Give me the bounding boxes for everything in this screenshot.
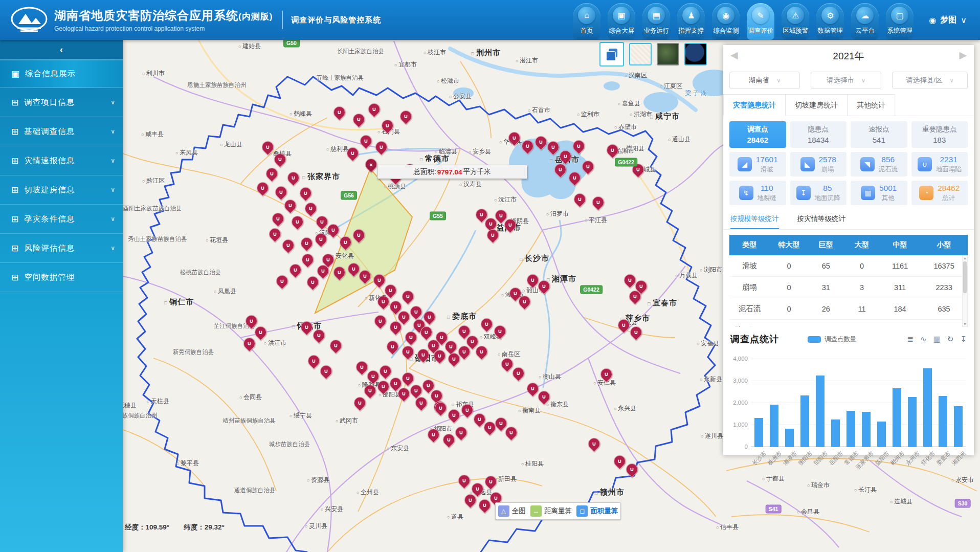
tab-切坡建房统计[interactable]: 切坡建房统计 [786,94,848,116]
scroll-up-icon[interactable]: ▲ [963,256,967,260]
map-label-五峰土家族自治县: 五峰土家族自治县 [317,74,364,82]
tab-其他统计[interactable]: 其他统计 [848,94,895,116]
full-extent-button[interactable]: △全图 [498,505,526,517]
landslide-glyph: ∪ [246,316,257,326]
landslide-glyph: ∪ [398,312,409,322]
landslide-glyph: ∪ [353,230,364,240]
region-select[interactable]: 请选择县/区∨ [892,72,968,89]
app-header: 湖南省地质灾害防治综合应用系统(内测版) Geological hazard p… [0,0,980,40]
chevron-down-icon[interactable]: ∨ [961,15,967,25]
longitude-value: 经度：109.59° [125,523,169,531]
row-type: 泥石流 [729,298,770,320]
map-label-绥宁县: 绥宁县 [289,411,312,420]
tab-灾害隐患统计[interactable]: 灾害隐患统计 [723,94,786,116]
nav-item-指挥支撑[interactable]: ♟指挥支撑 [677,3,705,40]
map-label-安化县: 安化县 [331,252,354,260]
sidebar-item-调查项目信息[interactable]: ⊞调查项目信息∨ [0,88,123,117]
region-select[interactable]: 湖南省∨ [729,72,800,89]
vector-basemap-thumbnail[interactable] [629,43,652,65]
map-label-湘潭市: 湘潭市 [547,274,576,284]
landslide-glyph: ∪ [285,200,296,211]
bar-长沙市 [754,418,763,447]
landslide-glyph: ∪ [318,266,328,276]
menu-icon: ⊞ [11,126,19,137]
x-axis-tick-label: 邵阳市 [812,450,830,467]
sidebar-collapse-button[interactable]: ‹ [0,40,123,59]
summary-card-隐患点[interactable]: 隐患点18434 [790,121,847,148]
sidebar-item-孕灾条件信息[interactable]: ⊞孕灾条件信息∨ [0,205,123,234]
chevron-down-icon: ∨ [950,77,954,84]
landslide-glyph: ∪ [487,230,498,240]
scrollbar-thumb[interactable] [963,261,967,293]
distance-measure-button[interactable]: ↔距离量算 [530,505,572,517]
nav-item-综合大屏[interactable]: ▣综合大屏 [608,3,635,40]
nav-item-数据管理[interactable]: ⚙数据管理 [816,3,844,40]
map-label-赣州市: 赣州市 [595,488,625,497]
hazard-label: 泥石流 [879,165,898,174]
area-measure-button[interactable]: ◻面积量算 [576,505,618,517]
hazard-label: 地面沉降 [815,194,840,203]
nav-item-业务运行[interactable]: ▤业务运行 [642,3,670,40]
landslide-glyph: ∪ [476,346,487,357]
landslide-glyph: ∪ [275,154,285,165]
map-label-衡山县: 衡山县 [539,372,561,381]
scroll-down-icon[interactable]: ▼ [963,322,967,326]
landslide-glyph: ∪ [380,366,391,377]
user-area[interactable]: ◉ 梦图 ∨ [929,15,967,26]
nav-item-系统管理[interactable]: ▢系统管理 [886,3,914,40]
sidebar-item-风险评估信息[interactable]: ⊞风险评估信息∨ [0,234,123,263]
map-label-汉寿县: 汉寿县 [459,180,482,189]
line-chart-icon[interactable]: ∿ [920,335,927,344]
landslide-glyph: ∪ [434,350,445,361]
map-label-平江县: 平江县 [585,216,607,225]
refresh-icon[interactable]: ↻ [947,335,954,344]
landslide-glyph: ∪ [390,378,401,389]
data-view-icon[interactable]: ≣ [907,335,914,344]
table-scrollbar[interactable]: ▲ ▼ [962,255,968,327]
summary-card-重要隐患点[interactable]: 重要隐患点183 [911,121,968,148]
landslide-glyph: ∪ [330,340,341,351]
landslide-glyph: ∪ [353,114,364,125]
hazard-label: 总计 [942,194,955,203]
landslide-glyph: ∪ [374,275,385,285]
road-badge-G0422: G0422 [615,158,637,167]
layer-switcher[interactable] [599,42,707,67]
map-label-枝江市: 枝江市 [424,48,446,57]
nav-item-区域预警[interactable]: ⚠区域预警 [782,3,809,40]
landslide-glyph: ∪ [369,104,380,115]
nav-item-综合监测[interactable]: ◉综合监测 [712,3,740,40]
satellite-basemap-thumbnail[interactable] [657,43,679,65]
sidebar-item-空间数据管理[interactable]: ⊞空间数据管理 [0,263,123,292]
layer-stack-button[interactable] [599,42,624,67]
chart-legend[interactable]: 调查点数量 [808,335,857,344]
row-value: 395 [880,320,920,327]
eye-icon[interactable]: ◉ [929,15,936,25]
bar-chart-icon[interactable]: ▥ [933,335,941,344]
region-select[interactable]: 请选择市∨ [811,72,881,89]
subtab-按规模等级统计[interactable]: 按规模等级统计 [730,214,779,229]
sidebar-item-切坡建房信息[interactable]: ⊞切坡建房信息∨ [0,175,123,205]
subtab-按灾情等级统计[interactable]: 按灾情等级统计 [797,214,846,229]
download-icon[interactable]: ↧ [960,335,967,344]
landslide-glyph: ∪ [593,197,604,208]
nav-item-首页[interactable]: ⌂首页 [573,3,600,40]
year-next-button[interactable]: ▶ [959,49,967,61]
summary-card-速报点[interactable]: 速报点541 [851,121,907,148]
landslide-glyph: ∪ [607,145,618,156]
map-label-铜仁市: 铜仁市 [164,297,194,307]
landslide-glyph: ∪ [411,306,421,317]
summary-card-调查点[interactable]: 调查点28462 [729,121,786,148]
year-prev-button[interactable]: ◀ [730,49,738,61]
landslide-glyph: ∪ [505,219,516,230]
sidebar-item-综合信息展示[interactable]: ▣综合信息展示 [0,59,123,88]
sidebar-item-label: 灾情速报信息 [24,156,75,166]
landslide-glyph: ∪ [443,434,454,445]
sidebar-item-基础调查信息[interactable]: ⊞基础调查信息∨ [0,117,123,146]
sidebar-item-label: 综合信息展示 [25,69,76,79]
nav-item-调查评价[interactable]: ✎调查评价 [747,3,774,40]
map-label-恩施土家族苗族自治州: 恩施土家族苗族自治州 [188,81,247,89]
legend-swatch [808,336,821,343]
sidebar-item-灾情速报信息[interactable]: ⊞灾情速报信息∨ [0,146,123,175]
nav-item-云平台[interactable]: ☁云平台 [851,3,879,40]
globe-basemap-thumbnail[interactable] [684,43,707,65]
